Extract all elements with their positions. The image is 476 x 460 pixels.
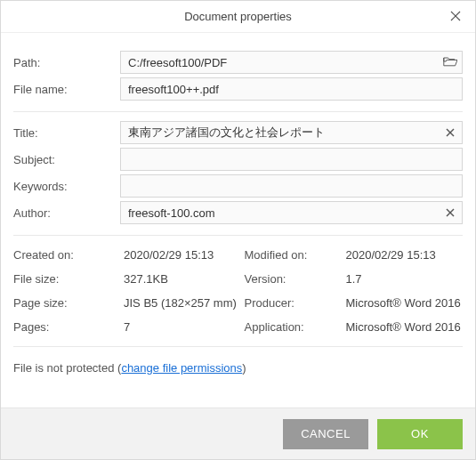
filesize-label: File size: (13, 272, 120, 286)
titlebar: Document properties (1, 1, 475, 33)
title-clear-button[interactable] (443, 125, 457, 140)
modified-on-value: 2020/02/29 15:13 (346, 248, 464, 262)
path-label: Path: (13, 56, 120, 69)
filename-input[interactable] (120, 77, 463, 101)
document-properties-dialog: Document properties Path: (0, 0, 476, 460)
application-value: Microsoft® Word 2016 (346, 320, 464, 334)
filesize-value: 327.1KB (124, 272, 241, 286)
author-clear-button[interactable] (443, 206, 457, 220)
folder-open-icon (443, 55, 457, 70)
application-label: Application: (245, 320, 343, 334)
protection-status: File is not protected (change file permi… (13, 347, 463, 389)
cancel-button[interactable]: CANCEL (283, 419, 368, 449)
version-label: Version: (245, 272, 343, 286)
pagesize-label: Page size: (13, 296, 120, 310)
dialog-body: Path: File name: Title: (1, 33, 475, 408)
pages-label: Pages: (13, 320, 120, 334)
filename-label: File name: (13, 83, 120, 96)
change-permissions-link[interactable]: change file permissions (121, 361, 242, 375)
author-input[interactable] (120, 201, 463, 224)
producer-label: Producer: (245, 296, 343, 310)
author-label: Author: (13, 206, 120, 220)
subject-input[interactable] (120, 148, 463, 171)
modified-on-label: Modified on: (245, 248, 343, 262)
protection-prefix: File is not protected ( (13, 361, 121, 375)
created-on-label: Created on: (13, 248, 120, 262)
browse-folder-button[interactable] (443, 55, 457, 69)
readonly-metadata: Created on: 2020/02/29 15:13 Modified on… (13, 236, 463, 347)
keywords-input[interactable] (120, 174, 463, 198)
created-on-value: 2020/02/29 15:13 (124, 248, 241, 262)
producer-value: Microsoft® Word 2016 (346, 296, 464, 310)
subject-label: Subject: (13, 153, 120, 166)
protection-suffix: ) (242, 361, 246, 375)
path-input[interactable] (120, 51, 463, 74)
pagesize-value: JIS B5 (182×257 mm) (124, 296, 241, 310)
close-icon (450, 11, 461, 24)
close-button[interactable] (436, 1, 475, 33)
keywords-label: Keywords: (13, 180, 120, 193)
dialog-title: Document properties (184, 10, 292, 23)
file-section: Path: File name: (13, 42, 463, 112)
pages-value: 7 (124, 320, 241, 334)
version-value: 1.7 (346, 272, 464, 286)
dialog-footer: CANCEL OK (1, 408, 475, 459)
clear-icon (446, 126, 455, 140)
title-input[interactable] (120, 121, 463, 144)
metadata-edit-section: Title: Subject: Keywords: (13, 112, 463, 236)
clear-icon (446, 206, 455, 220)
ok-button[interactable]: OK (377, 419, 463, 449)
title-label: Title: (13, 126, 120, 140)
